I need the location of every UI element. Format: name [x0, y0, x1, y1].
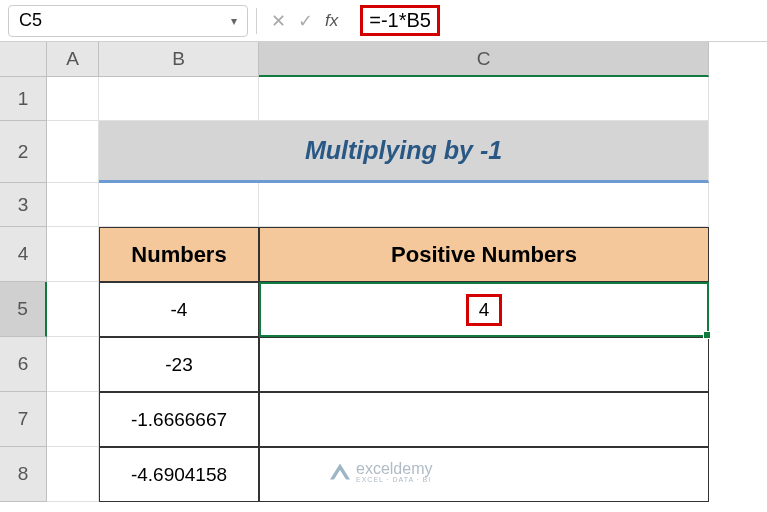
- fill-handle[interactable]: [703, 331, 711, 339]
- cell-c5[interactable]: 4: [259, 282, 709, 337]
- watermark: exceldemy EXCEL · DATA · BI: [330, 460, 432, 483]
- cell-a8[interactable]: [47, 447, 99, 502]
- cell-a2[interactable]: [47, 121, 99, 183]
- cell-c7[interactable]: [259, 392, 709, 447]
- formula-bar-icons: ✕ ✓ fx: [265, 10, 344, 32]
- cell-b6-value: -23: [165, 354, 192, 376]
- cell-c1[interactable]: [259, 77, 709, 121]
- cell-c3[interactable]: [259, 183, 709, 227]
- name-box-value: C5: [19, 10, 42, 31]
- fx-icon[interactable]: fx: [325, 11, 338, 31]
- header-numbers-text: Numbers: [131, 242, 226, 268]
- header-numbers[interactable]: Numbers: [99, 227, 259, 282]
- name-box[interactable]: C5 ▾: [8, 5, 248, 37]
- cell-a6[interactable]: [47, 337, 99, 392]
- cell-a7[interactable]: [47, 392, 99, 447]
- cell-b8[interactable]: -4.6904158: [99, 447, 259, 502]
- formula-input[interactable]: =-1*B5: [352, 5, 759, 37]
- cell-b5[interactable]: -4: [99, 282, 259, 337]
- cell-b6[interactable]: -23: [99, 337, 259, 392]
- cell-a1[interactable]: [47, 77, 99, 121]
- formula-bar: C5 ▾ ✕ ✓ fx =-1*B5: [0, 0, 767, 42]
- title-cell[interactable]: Multiplying by -1: [99, 121, 709, 183]
- enter-icon[interactable]: ✓: [298, 10, 313, 32]
- cell-c8[interactable]: [259, 447, 709, 502]
- spreadsheet: 1 2 3 4 5 6 7 8 A B C: [0, 42, 767, 502]
- cell-b7[interactable]: -1.6666667: [99, 392, 259, 447]
- cell-c6[interactable]: [259, 337, 709, 392]
- header-positive-text: Positive Numbers: [391, 242, 577, 268]
- name-box-dropdown-icon[interactable]: ▾: [231, 14, 237, 28]
- row-header-7[interactable]: 7: [0, 392, 47, 447]
- cell-a3[interactable]: [47, 183, 99, 227]
- header-positive[interactable]: Positive Numbers: [259, 227, 709, 282]
- cell-c5-value: 4: [466, 294, 503, 326]
- cell-a4[interactable]: [47, 227, 99, 282]
- col-header-c[interactable]: C: [259, 42, 709, 77]
- cell-a5[interactable]: [47, 282, 99, 337]
- col-header-a[interactable]: A: [47, 42, 99, 77]
- row-header-6[interactable]: 6: [0, 337, 47, 392]
- title-text: Multiplying by -1: [305, 136, 502, 165]
- cancel-icon[interactable]: ✕: [271, 10, 286, 32]
- row-header-4[interactable]: 4: [0, 227, 47, 282]
- formula-text: =-1*B5: [360, 5, 440, 36]
- col-header-b[interactable]: B: [99, 42, 259, 77]
- divider: [256, 8, 257, 34]
- cell-b3[interactable]: [99, 183, 259, 227]
- cell-b1[interactable]: [99, 77, 259, 121]
- row-header-8[interactable]: 8: [0, 447, 47, 502]
- row-header-2[interactable]: 2: [0, 121, 47, 183]
- row-headers: 1 2 3 4 5 6 7 8: [0, 77, 47, 502]
- cell-b5-value: -4: [171, 299, 188, 321]
- watermark-logo-icon: [330, 464, 350, 480]
- watermark-tagline: EXCEL · DATA · BI: [356, 476, 432, 483]
- row-header-5[interactable]: 5: [0, 282, 47, 337]
- row-header-1[interactable]: 1: [0, 77, 47, 121]
- column-headers: A B C: [47, 42, 767, 77]
- cell-b7-value: -1.6666667: [131, 409, 227, 431]
- select-all-corner[interactable]: [0, 42, 47, 77]
- row-header-3[interactable]: 3: [0, 183, 47, 227]
- cell-b8-value: -4.6904158: [131, 464, 227, 486]
